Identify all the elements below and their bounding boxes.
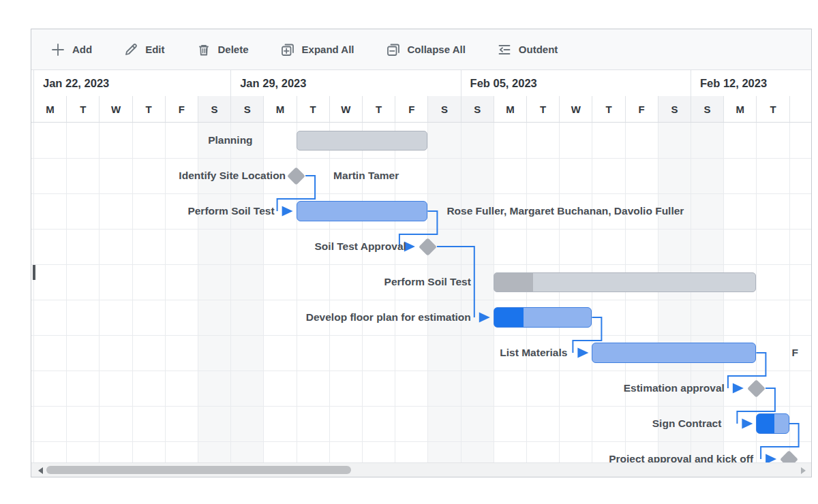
- connector-arrow-icon: [742, 419, 753, 429]
- scroll-left-arrow-icon[interactable]: [38, 467, 43, 474]
- day-header-cell: T: [362, 96, 395, 122]
- toolbar-button-label: Collapse All: [408, 44, 466, 55]
- taskbar[interactable]: [297, 201, 428, 221]
- day-header-cell: T: [66, 96, 99, 122]
- day-header-cell: M: [723, 96, 756, 122]
- expand-all-icon: [280, 42, 295, 57]
- scrollbar-thumb[interactable]: [46, 466, 351, 474]
- week-header-cell: Jan 29, 2023: [230, 70, 460, 96]
- resource-label: F: [791, 347, 798, 359]
- day-header-cell: M: [33, 96, 66, 122]
- timeline-week-header: Jan 22, 2023Jan 29, 2023Feb 05, 2023Feb …: [31, 70, 811, 96]
- week-header-cell: Feb 05, 2023: [461, 70, 691, 96]
- timeline-day-header: MTWTFSSMTWTFSSMTWTFSSMT: [31, 96, 811, 123]
- week-header-cell: Feb 12, 2023: [691, 70, 812, 96]
- taskbar-progress: [494, 308, 524, 327]
- edit-button[interactable]: Edit: [123, 42, 164, 57]
- task-label: Perform Soil Test: [384, 276, 471, 288]
- taskbar[interactable]: [297, 131, 428, 151]
- outdent-button[interactable]: Outdent: [497, 42, 558, 57]
- trash-icon: [196, 42, 211, 57]
- day-header-cell: S: [658, 96, 691, 122]
- task-label: Identify Site Location: [179, 170, 286, 182]
- taskbar-progress: [494, 273, 534, 292]
- taskbar[interactable]: [592, 343, 756, 363]
- day-header-cell: W: [99, 96, 132, 122]
- collapse-all-icon: [386, 42, 401, 57]
- day-header-cell: S: [691, 96, 723, 122]
- connector-arrow-icon: [577, 348, 588, 358]
- horizontal-scrollbar[interactable]: [31, 462, 811, 477]
- connector-arrow-icon: [479, 313, 490, 323]
- day-header-cell: W: [329, 96, 362, 122]
- week-header-cell: Jan 22, 2023: [33, 70, 230, 96]
- gantt-widget: AddEditDeleteExpand AllCollapse AllOutde…: [31, 29, 812, 477]
- scroll-right-arrow-icon[interactable]: [801, 467, 806, 474]
- task-label: Planning: [208, 134, 252, 146]
- task-label: Soil Test Approval: [315, 240, 406, 253]
- delete-button[interactable]: Delete: [196, 42, 249, 57]
- day-header-cell: M: [494, 96, 526, 122]
- taskbar[interactable]: [494, 307, 592, 328]
- day-header-cell: T: [526, 96, 559, 122]
- day-header-cell: F: [395, 96, 427, 122]
- taskbar[interactable]: [756, 413, 789, 434]
- outdent-icon: [497, 42, 512, 57]
- plus-icon: [50, 42, 65, 57]
- day-header-cell: F: [625, 96, 658, 122]
- day-header-cell: T: [132, 96, 165, 122]
- toolbar-button-label: Outdent: [519, 44, 558, 55]
- toolbar-button-label: Expand All: [302, 44, 354, 55]
- toolbar-button-label: Add: [72, 44, 92, 55]
- day-header-cell: W: [559, 96, 592, 122]
- taskbar-progress: [757, 414, 774, 433]
- task-label: List Materials: [500, 347, 567, 359]
- left-edge-cursor: [33, 265, 35, 280]
- add-button[interactable]: Add: [50, 42, 92, 57]
- day-header-cell: S: [461, 96, 494, 122]
- pencil-icon: [123, 42, 138, 57]
- connector-arrow-icon: [282, 206, 293, 217]
- connector-arrow-icon: [733, 383, 744, 394]
- expand-all-button[interactable]: Expand All: [280, 42, 354, 57]
- day-header-cell: T: [592, 96, 624, 122]
- day-header-cell: [789, 96, 812, 122]
- gantt-chart-body: PlanningIdentify Site LocationMartin Tam…: [31, 123, 811, 477]
- taskbar[interactable]: [494, 272, 757, 292]
- resource-label: Rose Fuller, Margaret Buchanan, Davolio …: [446, 205, 684, 217]
- day-header-cell: F: [165, 96, 198, 122]
- toolbar-button-label: Edit: [145, 44, 164, 55]
- day-header-cell: T: [756, 96, 789, 122]
- day-header-cell: M: [263, 96, 296, 122]
- gantt-toolbar: AddEditDeleteExpand AllCollapse AllOutde…: [31, 29, 811, 70]
- day-header-cell: T: [297, 96, 329, 122]
- collapse-all-button[interactable]: Collapse All: [386, 42, 466, 57]
- day-header-cell: S: [230, 96, 263, 122]
- task-label: Perform Soil Test: [187, 205, 274, 217]
- task-label: Sign Contract: [652, 418, 722, 430]
- resource-label: Martin Tamer: [333, 170, 399, 182]
- day-header-cell: S: [427, 96, 460, 122]
- toolbar-button-label: Delete: [218, 44, 249, 55]
- task-label: Develop floor plan for estimation: [306, 311, 471, 324]
- day-header-cell: S: [198, 96, 230, 122]
- task-label: Estimation approval: [624, 382, 725, 394]
